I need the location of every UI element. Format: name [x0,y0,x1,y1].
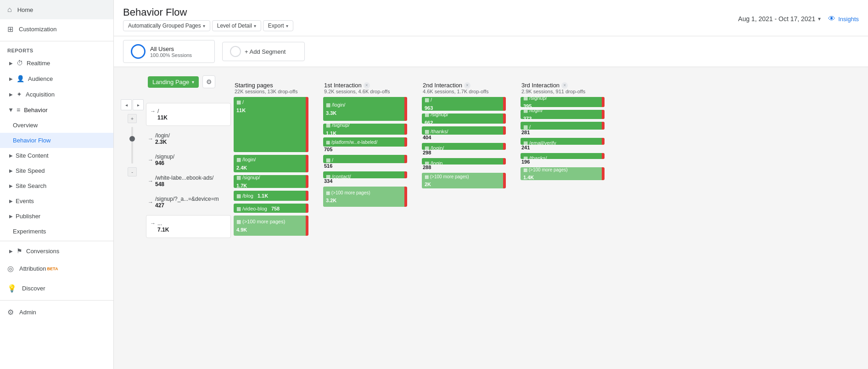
flow-diagram-wrapper[interactable]: ◂ ▸ + - Landing Page ▾ ⚙ [114,67,868,369]
sidebar-item-behavior[interactable]: ▶ ≡ Behavior [0,102,113,118]
sidebar-item-events[interactable]: ▶ Events [0,193,113,209]
page-entry-signup-device[interactable]: → /signup/?_a...=&device=m 427 [146,192,231,212]
second-bar-root[interactable]: ▦ / 963 [422,97,506,111]
publisher-arrow: ▶ [9,214,13,219]
flow-inner: ◂ ▸ + - Landing Page ▾ ⚙ [114,67,868,244]
drop-off-indicator-1 [306,97,308,152]
second-close-icon[interactable]: × [464,82,470,89]
first-drop-5 [404,171,407,178]
first-drop-3 [404,137,407,147]
sidebar-item-experiments[interactable]: Experiments [0,224,113,239]
page-entry-arrow-2: → [148,136,153,142]
sidebar-item-overview[interactable]: Overview [0,118,113,133]
third-drop-2 [602,110,605,119]
segment-name: All Users [150,45,207,52]
sidebar-item-discover[interactable]: 💡 Discover [0,278,113,298]
site-search-arrow: ▶ [9,183,13,188]
page-entry-other[interactable]: → ... 7.1K [146,215,231,238]
acquisition-arrow: ▶ [9,92,13,97]
sidebar-item-audience[interactable]: ▶ 👤 Audience [0,71,113,86]
starting-bar-signup[interactable]: ▦ /signup/ 1.7K [234,175,308,188]
grouped-pages-button[interactable]: Automatically Grouped Pages ▾ [123,20,210,31]
first-drop-4 [404,155,407,163]
all-users-segment[interactable]: All Users 100.00% Sessions [123,40,215,63]
second-bar-signup[interactable]: ▦ /signup/ 662 [422,114,506,124]
nav-forward-button[interactable]: ▸ [133,99,144,110]
first-bar-more[interactable]: ▦ (>100 more pages) 3.2K [323,187,407,207]
starting-bar-more[interactable]: ▦ (>100 more pages) 4.9K [234,216,308,236]
sidebar-item-conversions[interactable]: ▶ ⚑ Conversions [0,243,113,259]
behavior-arrow: ▶ [9,108,14,112]
starting-bar-blog[interactable]: ▦ /blog 1.1K [234,191,308,201]
second-bar-more[interactable]: ▦ (>100 more pages) 2K [422,173,506,188]
first-bar-contact[interactable]: ▦ /contact/ 334 [323,171,407,184]
second-drop-6 [503,173,506,188]
sidebar-item-publisher[interactable]: ▶ Publisher [0,209,113,224]
date-range-selector[interactable]: Aug 1, 2021 - Oct 17, 2021 ▾ [738,15,821,23]
third-close-icon[interactable]: × [561,82,568,89]
third-drop-5 [602,153,605,159]
main-content: Behavior Flow Automatically Grouped Page… [114,0,868,369]
realtime-arrow: ▶ [9,61,13,66]
starting-pages-column: Starting pages 22K sessions, 13K drop-of… [231,72,311,236]
first-interaction-header: 1st Interaction × 9.2K sessions, 4.6K dr… [320,72,410,97]
zoom-out-button[interactable]: - [128,167,137,176]
second-interaction-header: 2nd Interaction × 4.6K sessions, 1.7K dr… [419,72,509,97]
first-bar-platform[interactable]: ▦ /platform/w...e-labeled/ 705 [323,137,407,152]
second-interaction-column: 2nd Interaction × 4.6K sessions, 1.7K dr… [419,72,509,188]
reports-section-label: REPORTS [0,43,113,55]
sidebar-item-realtime[interactable]: ▶ ⏱ Realtime [0,55,113,71]
landing-page-selector[interactable]: Landing Page ▾ [148,76,199,88]
third-bar-more[interactable]: ▦ (>100 more pages) 1.4K [521,167,605,180]
insights-button[interactable]: 👁 Insights [828,15,859,23]
second-bar-login[interactable]: ▦ /login 288 [422,158,506,170]
first-close-icon[interactable]: × [364,82,370,89]
export-button[interactable]: Export ▾ [263,20,293,31]
sidebar-item-admin[interactable]: ⚙ Admin [0,302,113,322]
third-drop-3 [602,122,605,130]
first-bar-root[interactable]: ▦ / 516 [323,155,407,169]
third-interaction-column: 3rd Interaction × 2.9K sessions, 911 dro… [518,72,607,180]
second-interaction-title: 2nd Interaction × [423,82,505,89]
page-entry-whitelabel[interactable]: → /white-labe...ebook-ads/ 548 [146,171,231,191]
third-interaction-bars: ▦ /signup/ 395 ▦ /login/ 373 [518,97,607,180]
left-pages-list: → / 11K → /login/ 2.3K [146,101,231,240]
flow-nav-controls: ◂ ▸ + - [118,72,146,176]
starting-bar-login[interactable]: ▦ /login/ 2.4K [234,155,308,172]
starting-bar-root[interactable]: ▦ / 11K [234,97,308,152]
sidebar-item-customization[interactable]: ⊞ Customization [0,19,113,39]
sidebar-item-site-search[interactable]: ▶ Site Search [0,178,113,193]
page-entry-login[interactable]: → /login/ 2.3K [146,129,231,149]
level-of-detail-button[interactable]: Level of Detail ▾ [212,20,261,31]
nav-arrows: ◂ ▸ [121,99,144,110]
first-bar-signup[interactable]: ▦ /signup/ 1.1K [323,124,407,135]
sidebar-item-attribution[interactable]: ◎ Attribution BETA [0,259,113,278]
gear-button[interactable]: ⚙ [202,75,215,88]
first-bar-login[interactable]: ▦ /login/ 3.3K [323,97,407,121]
sidebar-item-home[interactable]: ⌂ Home [0,0,113,19]
second-bar-thanks[interactable]: ▦ /thanks/ 404 [422,126,506,140]
sidebar-item-acquisition[interactable]: ▶ ✦ Acquisition [0,86,113,102]
third-bar-root[interactable]: ▦ / 281 [521,122,605,135]
third-interaction-header: 3rd Interaction × 2.9K sessions, 911 dro… [518,72,607,97]
second-bar-login-slash[interactable]: ▦ /login/ 298 [422,143,506,155]
page-entry-signup[interactable]: → /signup/ 946 [146,150,231,170]
page-entry-root[interactable]: → / 11K [146,103,231,126]
sidebar-item-behavior-flow[interactable]: Behavior Flow [0,133,113,148]
third-bar-email[interactable]: ▦ /email/verify 241 [521,138,605,150]
zoom-handle[interactable] [129,136,135,142]
first-interaction-title: 1st Interaction × [324,82,406,89]
third-drop-6 [602,167,605,180]
add-segment-button[interactable]: + Add Segment [222,42,305,61]
third-bar-thanks[interactable]: ▦ /thanks/ 196 [521,153,605,165]
add-segment-circle [230,46,241,57]
starting-bar-video-blog[interactable]: ▦ /video-blog 758 [234,204,308,213]
drop-off-indicator-2 [306,155,308,172]
third-bar-login[interactable]: ▦ /login/ 373 [521,110,605,119]
third-bar-signup[interactable]: ▦ /signup/ 395 [521,97,605,107]
zoom-in-button[interactable]: + [128,114,137,123]
nav-back-button[interactable]: ◂ [121,99,132,110]
sidebar-item-site-speed[interactable]: ▶ Site Speed [0,163,113,178]
page-entry-arrow-6: → [150,220,156,227]
sidebar-item-site-content[interactable]: ▶ Site Content [0,148,113,163]
